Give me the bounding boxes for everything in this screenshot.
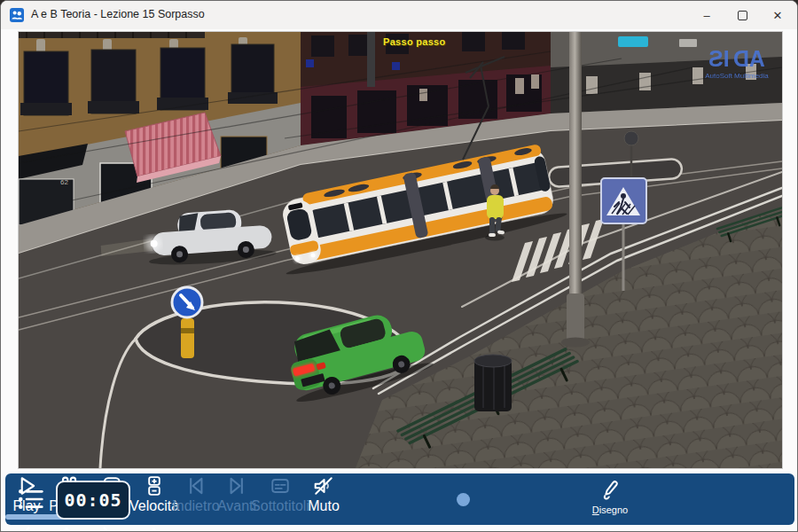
subtitles-icon	[268, 473, 293, 498]
chevron-left-icon	[14, 523, 37, 532]
shop-number: 62	[60, 178, 68, 186]
mute-button[interactable]: Muto	[303, 473, 344, 514]
close-button[interactable]: ✕	[760, 1, 795, 29]
app-window: A e B Teoria - Lezione 15 Sorpasso – ✕	[0, 0, 798, 532]
sida-logo: SIDA AutoSoft Multimedia	[698, 48, 776, 80]
minimize-button[interactable]: –	[689, 1, 724, 29]
window-title: A e B Teoria - Lezione 15 Sorpasso	[31, 8, 205, 20]
chevron-right-icon	[96, 523, 119, 532]
mute-icon	[311, 473, 336, 498]
subtitles-button[interactable]: Sottotitoli	[257, 473, 303, 514]
playlist-button[interactable]	[16, 485, 44, 513]
speed-button[interactable]: Velocità	[133, 473, 176, 514]
people-icon	[10, 8, 24, 22]
street-scene: 62	[19, 32, 782, 468]
volume-slider-thumb[interactable]	[457, 493, 470, 506]
timer-display: 00:05	[56, 481, 130, 520]
overlay-marker	[392, 62, 400, 70]
overlay-marker	[306, 59, 314, 67]
video-canvas[interactable]: 62	[19, 32, 782, 468]
titlebar: A e B Teoria - Lezione 15 Sorpasso – ✕	[1, 1, 797, 29]
speed-icon	[142, 473, 167, 498]
player-toolbar: 00:05 Play Pausa Stop Velocità	[5, 473, 794, 525]
nav-previous-button[interactable]	[5, 520, 46, 532]
nav-index-button[interactable]	[46, 520, 87, 532]
return-button[interactable]	[128, 520, 168, 532]
sida-logo-subtitle: AutoSoft Multimedia	[698, 73, 776, 80]
previous-icon	[184, 473, 208, 498]
shop-sign	[618, 36, 648, 47]
pen-icon	[598, 479, 622, 504]
maximize-button[interactable]	[724, 1, 760, 29]
chevron-up-down-icon	[55, 523, 78, 532]
video-caption: Passo passo	[383, 36, 446, 47]
list-icon	[16, 485, 44, 513]
nav-next-button[interactable]	[87, 520, 128, 532]
sign-back	[624, 131, 638, 145]
sida-logo-text: SIDA	[698, 48, 776, 70]
next-icon	[224, 473, 249, 498]
maximize-icon	[738, 11, 747, 20]
back-button[interactable]: Indietro	[176, 473, 216, 514]
draw-button[interactable]: Disegno	[587, 479, 633, 515]
wire-pole	[367, 32, 375, 87]
return-arrow-icon	[137, 523, 160, 532]
trash-bin	[474, 355, 512, 411]
